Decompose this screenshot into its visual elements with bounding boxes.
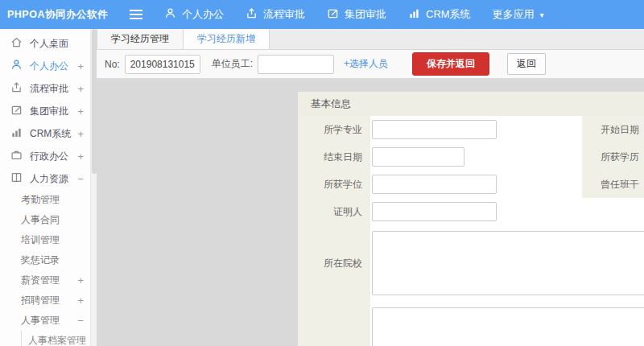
top-navigation: 个人办公 流程审批 集团审批 CRM系统 更多应用 ▾	[164, 7, 566, 22]
form-row-school: 所在院校	[298, 225, 644, 302]
sidebar-subtree: 人事档案管理 证照管理	[21, 331, 90, 346]
sidebar-item-workflow-approval[interactable]: 流程审批 +	[0, 77, 90, 100]
caret-down-icon: ▾	[540, 10, 544, 19]
topnav-crm-system[interactable]: CRM系统	[408, 7, 471, 22]
sidebar-item-crm-system[interactable]: CRM系统 +	[0, 122, 90, 145]
user-icon	[164, 7, 182, 22]
tab-study-history-new[interactable]: 学习经历新增	[184, 29, 270, 49]
select-person-link[interactable]: +选择人员	[344, 57, 388, 71]
expand-toggle[interactable]: +	[77, 128, 84, 140]
topnav-label: 集团审批	[345, 7, 386, 22]
field-label: 开始日期	[582, 116, 644, 143]
main-area: 学习经历管理 学习经历新增 No: 单位员工: +选择人员 保存并返回 返回 基…	[97, 29, 644, 346]
sidebar-subitem-attendance[interactable]: 考勤管理	[0, 190, 90, 210]
edit-icon	[10, 104, 30, 118]
no-label: No:	[105, 59, 120, 70]
home-icon	[10, 36, 30, 51]
form-row-witness: 证明人	[298, 198, 644, 225]
field-label: 所在院校	[298, 225, 370, 302]
export-icon	[10, 81, 30, 96]
app-title: PHPOA协同办公软件	[0, 8, 129, 22]
section-title: 基本信息	[298, 92, 644, 116]
sidebar-item-label: 集团审批	[30, 105, 77, 118]
expand-toggle[interactable]: +	[77, 60, 84, 72]
sidebar-item-label: 行政办公	[30, 150, 77, 163]
topnav-label: 流程审批	[263, 7, 305, 22]
sidebar-item-label: CRM系统	[30, 127, 77, 141]
employee-label: 单位员工:	[212, 57, 253, 71]
topnav-label: 个人办公	[182, 7, 224, 22]
field-label: 所学专业	[298, 116, 370, 143]
sidebar-subsubitem-personnel-files[interactable]: 人事档案管理	[22, 331, 90, 346]
sidebar-scrollbar[interactable]	[90, 29, 97, 346]
expand-toggle[interactable]: +	[77, 83, 84, 95]
expand-toggle[interactable]: +	[77, 105, 84, 117]
sidebar-subitem-personnel[interactable]: 人事管理 −	[0, 311, 90, 331]
menu-icon[interactable]	[129, 9, 143, 20]
save-and-return-button[interactable]: 保存并返回	[412, 52, 489, 76]
edit-icon	[327, 7, 345, 22]
topnav-more-apps[interactable]: 更多应用 ▾	[493, 7, 544, 22]
export-icon	[246, 7, 263, 22]
field-label	[582, 198, 644, 225]
sidebar-item-personal-office[interactable]: 个人办公 +	[0, 55, 90, 77]
field-label: 证明人	[298, 198, 370, 225]
form-row-end-date: 结束日期 所获学历	[298, 143, 644, 171]
topbar: PHPOA协同办公软件 个人办公 流程审批 集团审批 CRM系统 更多应用 ▾	[0, 0, 644, 29]
sidebar-subitem-rewards[interactable]: 奖惩记录	[0, 250, 90, 270]
topnav-group-approval[interactable]: 集团审批	[327, 7, 386, 22]
topnav-workflow-approval[interactable]: 流程审批	[246, 7, 305, 22]
briefcase-icon	[10, 149, 30, 163]
expand-toggle[interactable]: −	[77, 173, 84, 185]
sidebar-item-label: 流程审批	[30, 82, 77, 96]
sidebar-item-label: 个人桌面	[30, 37, 84, 51]
end-date-input[interactable]	[372, 147, 464, 167]
user-icon	[10, 59, 30, 73]
form-row-major: 所学专业 开始日期	[298, 116, 644, 143]
bar-chart-icon	[10, 126, 30, 141]
field-label: 所获学历	[582, 143, 644, 171]
form-row-degree: 所获学位 曾任班干	[298, 171, 644, 198]
major-input[interactable]	[372, 120, 497, 139]
form-row-school-location: 院校所在地	[298, 302, 644, 346]
degree-input[interactable]	[372, 175, 497, 194]
witness-input[interactable]	[372, 202, 497, 221]
bar-chart-icon	[408, 7, 426, 22]
school-textarea[interactable]	[372, 231, 644, 295]
back-button[interactable]: 返回	[507, 53, 546, 75]
employee-input[interactable]	[258, 55, 334, 74]
sidebar-item-admin-office[interactable]: 行政办公 +	[0, 145, 90, 167]
field-label: 曾任班干	[582, 171, 644, 198]
sidebar-item-label: 个人办公	[30, 60, 77, 73]
topnav-personal-office[interactable]: 个人办公	[164, 7, 224, 22]
field-label: 院校所在地	[298, 302, 370, 346]
sidebar: 个人桌面 个人办公 + 流程审批 + 集团审批 + CRM系统 + 行政办公 +	[0, 29, 90, 346]
tab-study-history-manage[interactable]: 学习经历管理	[97, 29, 184, 49]
topnav-label: CRM系统	[426, 7, 471, 22]
basic-info-form: 基本信息 所学专业 开始日期 结束日期 所获学历 所获学位 曾任班干	[298, 92, 644, 346]
sidebar-subitem-training[interactable]: 培训管理	[0, 230, 90, 250]
sidebar-item-hr[interactable]: 人力资源 −	[0, 167, 90, 190]
sidebar-subitem-recruit[interactable]: 招聘管理 +	[0, 290, 90, 311]
tab-bar: 学习经历管理 学习经历新增	[97, 29, 644, 50]
field-label: 结束日期	[298, 143, 370, 171]
field-label: 所获学位	[298, 171, 370, 198]
expand-toggle[interactable]: +	[77, 150, 84, 163]
topnav-label: 更多应用	[493, 7, 535, 22]
sidebar-item-group-approval[interactable]: 集团审批 +	[0, 100, 90, 122]
sidebar-item-desktop[interactable]: 个人桌面	[0, 32, 90, 55]
school-location-textarea[interactable]	[372, 307, 644, 346]
no-input[interactable]	[125, 55, 200, 74]
content-area: 基本信息 所学专业 开始日期 结束日期 所获学历 所获学位 曾任班干	[97, 79, 644, 346]
sidebar-item-label: 人力资源	[30, 172, 77, 186]
sidebar-subitem-hr-contract[interactable]: 人事合同	[0, 210, 90, 230]
book-icon	[10, 171, 30, 186]
form-toolbar: No: 单位员工: +选择人员 保存并返回 返回	[97, 50, 644, 79]
sidebar-subitem-salary[interactable]: 薪资管理 +	[0, 270, 90, 290]
